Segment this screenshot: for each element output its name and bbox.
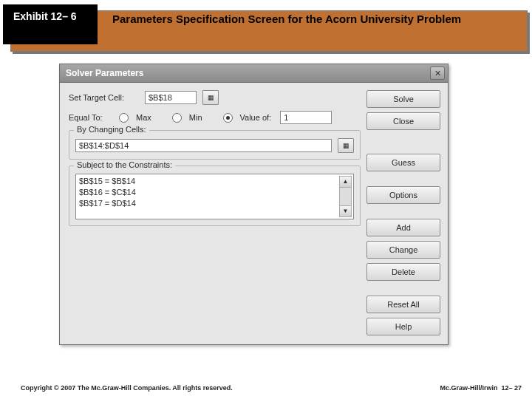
copyright-text: Copyright © 2007 The Mc.Graw-Hill Compan… bbox=[21, 384, 233, 392]
solve-button[interactable]: Solve bbox=[366, 90, 440, 108]
add-button[interactable]: Add bbox=[366, 219, 440, 236]
constraints-listbox[interactable]: $B$15 = $B$14 $B$16 = $C$14 $B$17 = $D$1… bbox=[75, 174, 354, 219]
constraint-row[interactable]: $B$16 = $C$14 bbox=[79, 187, 338, 198]
dialog-title: Solver Parameters bbox=[66, 68, 143, 78]
changing-cells-input[interactable]: $B$14:$D$14 bbox=[75, 139, 332, 152]
guess-button[interactable]: Guess bbox=[366, 154, 440, 171]
changing-cells-legend: By Changing Cells: bbox=[74, 125, 149, 134]
radio-value-of[interactable] bbox=[223, 113, 233, 123]
reset-all-button[interactable]: Reset All bbox=[366, 296, 440, 313]
delete-button[interactable]: Delete bbox=[366, 263, 440, 281]
radio-min[interactable] bbox=[172, 113, 182, 123]
equal-to-label: Equal To: bbox=[69, 113, 113, 122]
target-cell-label: Set Target Cell: bbox=[69, 93, 139, 102]
radio-min-label: Min bbox=[189, 113, 202, 122]
slide-header: Exhibit 12– 6 Parameters Specification S… bbox=[0, 4, 532, 55]
value-of-input[interactable]: 1 bbox=[280, 111, 332, 124]
constraints-legend: Subject to the Constraints: bbox=[74, 160, 175, 169]
radio-value-of-label: Value of: bbox=[240, 113, 272, 122]
brand-text: Mc.Graw-Hill/Irwin bbox=[440, 384, 497, 392]
listbox-scrollbar[interactable]: ▲ ▼ bbox=[339, 176, 352, 217]
options-button[interactable]: Options bbox=[366, 186, 440, 204]
ref-picker-icon[interactable]: ▦ bbox=[202, 90, 219, 105]
solver-parameters-dialog: Solver Parameters ✕ Set Target Cell: $B$… bbox=[59, 64, 449, 345]
constraint-row[interactable]: $B$17 = $D$14 bbox=[79, 198, 338, 209]
close-button[interactable]: Close bbox=[366, 112, 440, 130]
changing-cells-group: By Changing Cells: $B$14:$D$14 ▦ bbox=[69, 130, 361, 160]
slide-footer: Copyright © 2007 The Mc.Graw-Hill Compan… bbox=[21, 384, 522, 392]
footer-right: Mc.Graw-Hill/Irwin 12– 27 bbox=[440, 384, 522, 392]
exhibit-number-box: Exhibit 12– 6 bbox=[3, 4, 98, 44]
constraint-row[interactable]: $B$15 = $B$14 bbox=[79, 176, 338, 187]
close-icon[interactable]: ✕ bbox=[430, 66, 445, 80]
scroll-down-icon[interactable]: ▼ bbox=[340, 205, 351, 216]
constraints-group: Subject to the Constraints: $B$15 = $B$1… bbox=[69, 166, 361, 226]
help-button[interactable]: Help bbox=[366, 318, 440, 335]
scroll-up-icon[interactable]: ▲ bbox=[340, 177, 351, 188]
radio-max-label: Max bbox=[136, 113, 151, 122]
dialog-titlebar: Solver Parameters ✕ bbox=[60, 64, 448, 83]
change-button[interactable]: Change bbox=[366, 241, 440, 259]
radio-max[interactable] bbox=[119, 113, 129, 123]
ref-picker-icon[interactable]: ▦ bbox=[338, 138, 354, 153]
target-cell-input[interactable]: $B$18 bbox=[145, 91, 197, 104]
exhibit-number: Exhibit 12– 6 bbox=[13, 10, 77, 22]
exhibit-title: Parameters Specification Screen for the … bbox=[112, 12, 517, 27]
page-number: 12– 27 bbox=[501, 384, 522, 392]
